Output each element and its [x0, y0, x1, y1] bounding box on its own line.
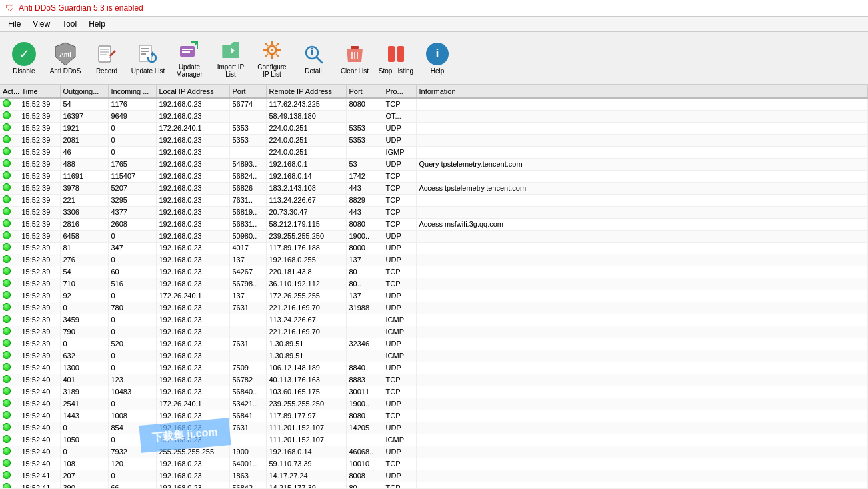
table-row[interactable]: 15:52:4010500192.168.0.23111.201.152.107…	[0, 434, 868, 446]
antiddos-button[interactable]: Anti Anti DDoS	[45, 35, 85, 81]
cell-rport: 53	[346, 158, 383, 170]
table-row[interactable]: 15:52:3920810192.168.0.235353224.0.0.251…	[0, 134, 868, 146]
col-header-lport[interactable]: Port	[229, 85, 266, 98]
table-row[interactable]: 15:52:39541176192.168.0.2356774117.62.24…	[0, 98, 868, 110]
activity-dot	[3, 255, 11, 263]
table-row[interactable]: 15:52:3911691115407192.168.0.2356824..19…	[0, 170, 868, 182]
table-row[interactable]: 15:52:397900192.168.0.23221.216.169.70IC…	[0, 326, 868, 338]
update-list-icon	[136, 42, 160, 66]
clear-list-label: Clear List	[341, 67, 369, 75]
cell-time: 15:52:40	[19, 434, 60, 446]
col-header-proto[interactable]: Pro...	[383, 85, 416, 98]
cell-proto: UDP	[383, 362, 416, 374]
cell-info	[416, 422, 868, 434]
cell-local: 172.26.240.1	[156, 290, 229, 302]
col-header-local[interactable]: Local IP Address	[156, 85, 229, 98]
cell-local: 192.168.0.23	[156, 302, 229, 314]
cell-local: 192.168.0.23	[156, 158, 229, 170]
cell-incoming: 3295	[108, 194, 156, 206]
table-row[interactable]: 15:52:4025410172.26.240.153421..239.255.…	[0, 398, 868, 410]
cell-info	[416, 446, 868, 458]
detail-button[interactable]: Detail	[293, 35, 333, 81]
cell-proto: TCP	[383, 386, 416, 398]
table-row[interactable]: 15:52:3964580192.168.0.2350980..239.255.…	[0, 230, 868, 242]
table-row[interactable]: 15:52:3933064377192.168.0.2356819..20.73…	[0, 206, 868, 218]
menu-view[interactable]: View	[27, 18, 55, 30]
cell-local: 192.168.0.23	[156, 242, 229, 254]
cell-proto: UDP	[383, 470, 416, 482]
cell-incoming: 9649	[108, 110, 156, 122]
table-row[interactable]: 15:52:3939785207192.168.0.2356826183.2.1…	[0, 182, 868, 194]
activity-dot	[3, 267, 11, 275]
table-row[interactable]: 15:52:40108120192.168.0.2364001..59.110.…	[0, 458, 868, 470]
cell-local: 192.168.0.23	[156, 410, 229, 422]
menu-help[interactable]: Help	[83, 18, 111, 30]
cell-incoming: 120	[108, 458, 156, 470]
table-row[interactable]: 15:52:39920172.26.240.1137172.26.255.255…	[0, 290, 868, 302]
disable-icon: ✓	[12, 42, 36, 66]
cell-lport: 1863	[229, 470, 266, 482]
table-row[interactable]: 15:52:3919210172.26.240.15353224.0.0.251…	[0, 122, 868, 134]
cell-lport: 7631..	[229, 194, 266, 206]
cell-local: 192.168.0.23	[156, 134, 229, 146]
table-row[interactable]: 15:52:392213295192.168.0.237631..113.24.…	[0, 194, 868, 206]
cell-rport	[346, 326, 383, 338]
table-row[interactable]: 15:52:3934590192.168.0.23113.24.226.67IC…	[0, 314, 868, 326]
table-row[interactable]: 15:52:396320192.168.0.231.30.89.51ICMP	[0, 350, 868, 362]
table-row[interactable]: 15:52:392760192.168.0.23137192.168.0.255…	[0, 254, 868, 266]
menu-tool[interactable]: Tool	[57, 18, 82, 30]
help-label: Help	[431, 67, 445, 75]
cell-time: 15:52:39	[19, 290, 60, 302]
update-manager-button[interactable]: Update Manager	[169, 35, 209, 81]
cell-rport: 8080	[346, 218, 383, 230]
disable-button[interactable]: ✓ Disable	[4, 35, 44, 81]
cell-remote: 224.0.0.251	[266, 134, 346, 146]
table-row[interactable]: 15:52:412070192.168.0.23186314.17.27.248…	[0, 470, 868, 482]
table-row[interactable]: 15:52:390520192.168.0.2376311.30.89.5132…	[0, 338, 868, 350]
activity-dot	[3, 231, 11, 239]
table-row[interactable]: 15:52:39163979649192.168.0.2358.49.138.1…	[0, 110, 868, 122]
cell-outgoing: 1921	[60, 122, 108, 134]
table-row[interactable]: 15:52:400854192.168.0.237631111.201.152.…	[0, 422, 868, 434]
col-header-rport[interactable]: Port	[346, 85, 383, 98]
cell-incoming: 780	[108, 302, 156, 314]
activity-dot	[3, 399, 11, 407]
stop-listing-button[interactable]: Stop Listing	[376, 35, 416, 81]
table-row[interactable]: 15:52:4139066192.168.0.235684214.215.177…	[0, 482, 868, 488]
table-row[interactable]: 15:52:3928162608192.168.0.2356831..58.21…	[0, 218, 868, 230]
col-header-outgoing[interactable]: Outgoing...	[60, 85, 108, 98]
cell-lport	[229, 350, 266, 362]
cell-incoming: 1765	[108, 158, 156, 170]
import-ip-icon	[219, 38, 243, 62]
table-row[interactable]: 15:52:3981347192.168.0.234017117.89.176.…	[0, 242, 868, 254]
table-row[interactable]: 15:52:40318910483192.168.0.2356840..103.…	[0, 386, 868, 398]
clear-list-button[interactable]: Clear List	[335, 35, 375, 81]
help-button[interactable]: i Help	[417, 35, 457, 81]
table-row[interactable]: 15:52:39460192.168.0.23224.0.0.251IGMP	[0, 146, 868, 158]
import-ip-button[interactable]: Import IP List	[211, 35, 251, 81]
menu-file[interactable]: File	[3, 18, 26, 30]
col-header-time[interactable]: Time	[19, 85, 60, 98]
cell-local: 192.168.0.23	[156, 350, 229, 362]
table-row[interactable]: 15:52:4014431008192.168.0.2356841117.89.…	[0, 410, 868, 422]
record-button[interactable]: Record	[87, 35, 127, 81]
col-header-act[interactable]: Act...	[0, 85, 19, 98]
cell-remote: 239.255.255.250	[266, 398, 346, 410]
table-row[interactable]: 15:52:394881765192.168.0.2354893..192.16…	[0, 158, 868, 170]
table-row[interactable]: 15:52:40401123192.168.0.235678240.113.17…	[0, 374, 868, 386]
table-row[interactable]: 15:52:395460192.168.0.2364267220.181.43.…	[0, 266, 868, 278]
table-row[interactable]: 15:52:4007932255.255.255.2551900192.168.…	[0, 446, 868, 458]
table-row[interactable]: 15:52:39710516192.168.0.2356798..36.110.…	[0, 278, 868, 290]
col-header-info[interactable]: Information	[416, 85, 868, 98]
cell-local: 172.26.240.1	[156, 122, 229, 134]
cell-lport: 5353	[229, 122, 266, 134]
cell-incoming: 0	[108, 230, 156, 242]
cell-info	[416, 362, 868, 374]
configure-ip-button[interactable]: Configure IP List	[252, 35, 292, 81]
col-header-incoming[interactable]: Incoming ...	[108, 85, 156, 98]
cell-info	[416, 350, 868, 362]
col-header-remote[interactable]: Remote IP Address	[266, 85, 346, 98]
table-row[interactable]: 15:52:390780192.168.0.237631221.216.169.…	[0, 302, 868, 314]
table-row[interactable]: 15:52:4013000192.168.0.237509106.12.148.…	[0, 362, 868, 374]
update-list-button[interactable]: Update List	[128, 35, 168, 81]
